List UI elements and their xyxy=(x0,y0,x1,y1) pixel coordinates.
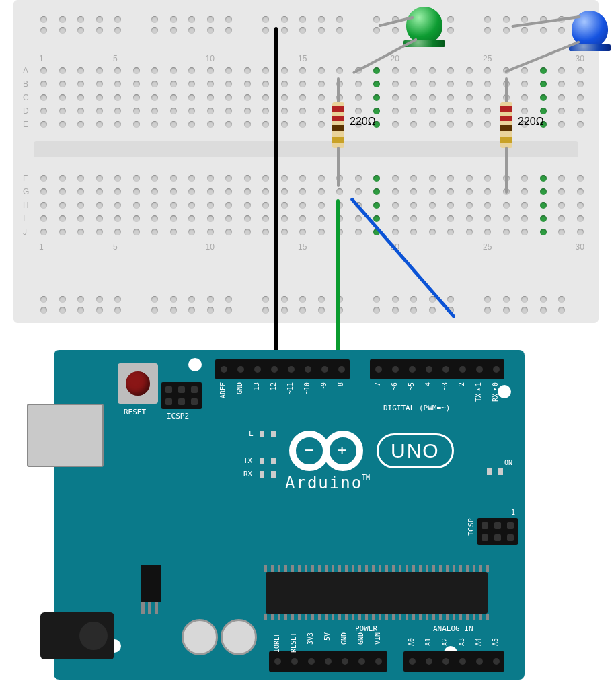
power-header[interactable] xyxy=(269,651,387,672)
tie-hole xyxy=(133,229,140,235)
rail-hole xyxy=(373,16,380,23)
tie-hole xyxy=(429,202,436,209)
tie-hole xyxy=(133,67,140,74)
tie-hole xyxy=(318,215,325,222)
rail-hole xyxy=(336,16,343,23)
tie-hole xyxy=(466,215,473,222)
digital-label: DIGITAL (PWM=~) xyxy=(383,404,450,412)
wire-gnd-black xyxy=(274,27,278,377)
row-label: J xyxy=(23,227,27,237)
rail-hole xyxy=(281,16,288,23)
tie-hole xyxy=(133,202,140,209)
pin-label: ~10 xyxy=(303,382,311,394)
tie-hole xyxy=(225,108,232,114)
tie-hole xyxy=(262,121,269,128)
tie-hole xyxy=(77,188,84,195)
tie-hole xyxy=(151,108,158,114)
tie-hole xyxy=(373,175,380,182)
rail-hole xyxy=(299,27,306,34)
rail-hole xyxy=(540,296,547,303)
tie-hole xyxy=(392,175,399,182)
tie-hole xyxy=(225,229,232,235)
tie-hole xyxy=(373,108,380,114)
tie-hole xyxy=(96,94,103,101)
row-label: G xyxy=(23,187,29,196)
tie-hole xyxy=(281,67,288,74)
rail-hole xyxy=(410,296,417,303)
tie-hole xyxy=(392,121,399,128)
tie-hole xyxy=(133,215,140,222)
tie-hole xyxy=(225,94,232,101)
usb-port[interactable] xyxy=(27,404,104,467)
tie-hole xyxy=(59,202,66,209)
rail-hole xyxy=(447,27,454,34)
tie-hole xyxy=(244,81,251,87)
tie-hole xyxy=(59,94,66,101)
l-label: L xyxy=(249,429,254,438)
tie-hole xyxy=(170,175,177,182)
tie-hole xyxy=(40,202,47,209)
rail-hole xyxy=(281,307,288,314)
tie-hole xyxy=(577,81,584,87)
rail-hole xyxy=(151,16,158,23)
pin-label: 5V xyxy=(323,632,331,641)
tie-hole xyxy=(540,175,547,182)
arduino-wordmark: Arduino xyxy=(285,474,362,493)
rail-hole xyxy=(336,27,343,34)
reset-button[interactable] xyxy=(126,371,150,396)
tie-hole xyxy=(429,94,436,101)
tie-hole xyxy=(466,175,473,182)
rail-hole xyxy=(318,16,325,23)
digital-header-left[interactable] xyxy=(215,359,350,379)
tie-hole xyxy=(207,202,214,209)
tie-hole xyxy=(429,175,436,182)
tie-hole xyxy=(188,202,195,209)
rail-hole xyxy=(59,296,66,303)
tie-hole xyxy=(170,188,177,195)
tie-hole xyxy=(77,81,84,87)
tie-hole xyxy=(540,81,547,87)
analog-header[interactable] xyxy=(403,651,504,672)
tie-hole xyxy=(503,202,510,209)
tie-hole xyxy=(503,215,510,222)
rail-hole xyxy=(447,296,454,303)
icsp-label: ICSP xyxy=(467,518,475,536)
rail-hole xyxy=(503,296,510,303)
tie-hole xyxy=(151,215,158,222)
tie-hole xyxy=(151,202,158,209)
tie-hole xyxy=(40,215,47,222)
tie-hole xyxy=(40,121,47,128)
rail-hole xyxy=(225,296,232,303)
rail-hole xyxy=(96,296,103,303)
tie-hole xyxy=(318,94,325,101)
tie-hole xyxy=(133,108,140,114)
tie-hole xyxy=(96,175,103,182)
tie-hole xyxy=(299,188,306,195)
pin-label: 4 xyxy=(424,382,432,386)
tie-hole xyxy=(59,67,66,74)
tie-hole xyxy=(484,94,491,101)
rail-hole xyxy=(207,296,214,303)
tie-hole xyxy=(484,67,491,74)
icsp2-header[interactable] xyxy=(161,382,202,409)
tie-hole xyxy=(299,229,306,235)
rail-hole xyxy=(188,307,195,314)
tie-hole xyxy=(151,229,158,235)
rail-hole xyxy=(170,27,177,34)
tie-hole xyxy=(577,188,584,195)
tie-hole xyxy=(225,202,232,209)
tie-hole xyxy=(466,94,473,101)
tie-hole xyxy=(392,229,399,235)
rail-hole xyxy=(262,16,269,23)
rail-hole xyxy=(225,307,232,314)
pin-label: GND xyxy=(357,632,364,645)
tie-hole xyxy=(77,94,84,101)
tie-hole xyxy=(318,229,325,235)
tie-hole xyxy=(392,188,399,195)
capacitor xyxy=(221,619,257,655)
tie-hole xyxy=(262,81,269,87)
tie-hole xyxy=(114,215,121,222)
dc-power-jack[interactable] xyxy=(40,612,114,659)
digital-header-right[interactable] xyxy=(370,359,504,379)
icsp-header[interactable] xyxy=(477,518,518,545)
